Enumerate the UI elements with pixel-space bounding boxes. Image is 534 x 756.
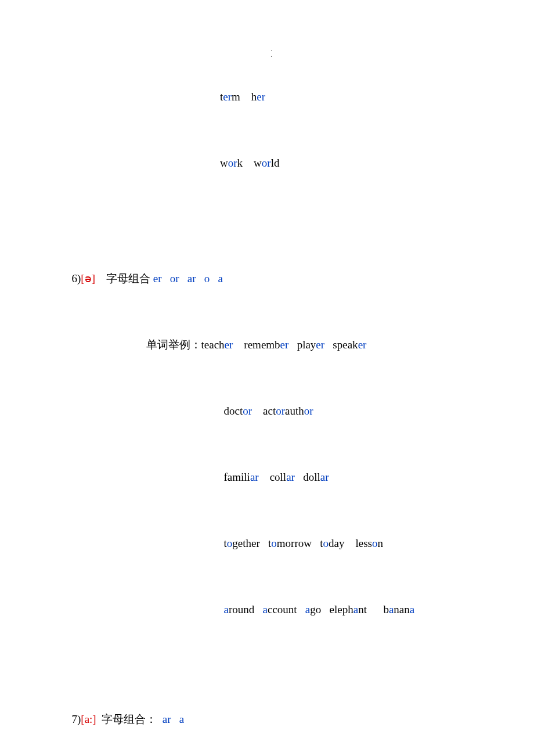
s7-ex-1: 单词举例：car farm card arm xyxy=(129,753,488,756)
s6-ex-3: familiar collar dollar xyxy=(207,444,488,510)
document-page: .. term her work world 6)[ə] 字母组合 er or … xyxy=(0,0,534,756)
s6-header: 6)[ə] 字母组合 er or ar o a xyxy=(55,246,488,312)
top-line-2: work world xyxy=(209,130,488,196)
header-dot: .. xyxy=(55,46,488,58)
s6-ex-2: doctor actorauthor xyxy=(207,378,488,444)
top-line-1: term her xyxy=(209,64,488,130)
s6-ex-5: around account ago elephant banana xyxy=(207,577,488,643)
section-7: 7)[a:] 字母组合： ar a 单词举例：car farm card arm… xyxy=(55,686,488,756)
s6-ex-4: together tomorrow today lesson xyxy=(207,510,488,577)
s6-ex-1: 单词举例：teacher remember player speaker xyxy=(129,312,488,378)
s7-header: 7)[a:] 字母组合： ar a xyxy=(55,686,488,753)
section-6: 6)[ə] 字母组合 er or ar o a 单词举例：teacher rem… xyxy=(55,246,488,643)
